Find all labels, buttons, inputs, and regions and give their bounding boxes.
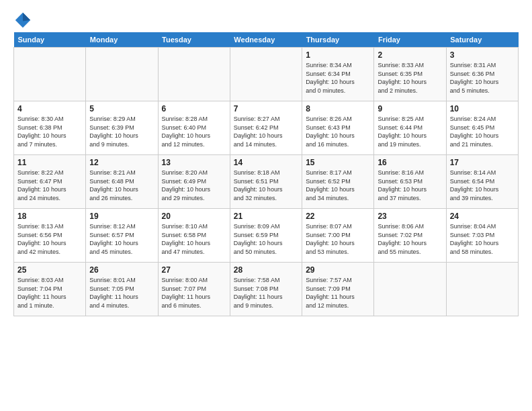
day-number: 11: [17, 158, 82, 167]
calendar-cell: 25Sunrise: 8:03 AM Sunset: 7:04 PM Dayli…: [14, 263, 86, 316]
day-info: Sunrise: 8:25 AM Sunset: 6:44 PM Dayligh…: [378, 115, 442, 148]
day-number: 28: [234, 265, 298, 275]
day-info: Sunrise: 8:09 AM Sunset: 6:59 PM Dayligh…: [234, 222, 298, 256]
day-info: Sunrise: 8:30 AM Sunset: 6:38 PM Dayligh…: [17, 115, 82, 148]
logo: [13, 11, 35, 30]
day-info: Sunrise: 7:57 AM Sunset: 7:09 PM Dayligh…: [306, 276, 370, 310]
day-info: Sunrise: 8:16 AM Sunset: 6:53 PM Dayligh…: [378, 169, 442, 202]
calendar-cell: [446, 263, 518, 316]
weekday-header-saturday: Saturday: [446, 32, 518, 48]
calendar-cell: 24Sunrise: 8:04 AM Sunset: 7:03 PM Dayli…: [446, 209, 518, 263]
calendar-body: 1Sunrise: 8:34 AM Sunset: 6:34 PM Daylig…: [14, 48, 519, 316]
svg-marker-1: [23, 13, 30, 21]
calendar-cell: 19Sunrise: 8:12 AM Sunset: 6:57 PM Dayli…: [86, 209, 158, 263]
calendar-cell: 3Sunrise: 8:31 AM Sunset: 6:36 PM Daylig…: [446, 48, 518, 101]
day-info: Sunrise: 8:21 AM Sunset: 6:48 PM Dayligh…: [89, 169, 154, 202]
day-info: Sunrise: 8:00 AM Sunset: 7:07 PM Dayligh…: [162, 276, 226, 310]
calendar-cell: 23Sunrise: 8:06 AM Sunset: 7:02 PM Dayli…: [374, 209, 446, 263]
day-number: 20: [162, 212, 226, 221]
day-info: Sunrise: 8:29 AM Sunset: 6:39 PM Dayligh…: [89, 115, 154, 148]
day-number: 19: [89, 212, 154, 221]
calendar-cell: 17Sunrise: 8:14 AM Sunset: 6:54 PM Dayli…: [446, 155, 518, 209]
day-info: Sunrise: 8:18 AM Sunset: 6:51 PM Dayligh…: [234, 169, 298, 202]
day-number: 13: [162, 158, 226, 167]
calendar-cell: 27Sunrise: 8:00 AM Sunset: 7:07 PM Dayli…: [158, 263, 230, 316]
day-number: 17: [450, 158, 515, 167]
weekday-header-monday: Monday: [86, 32, 158, 48]
calendar-cell: 26Sunrise: 8:01 AM Sunset: 7:05 PM Dayli…: [86, 263, 158, 316]
day-number: 14: [234, 158, 298, 167]
calendar-cell: 22Sunrise: 8:07 AM Sunset: 7:00 PM Dayli…: [302, 209, 374, 263]
calendar-cell: [374, 263, 446, 316]
calendar-cell: 16Sunrise: 8:16 AM Sunset: 6:53 PM Dayli…: [374, 155, 446, 209]
weekday-row: SundayMondayTuesdayWednesdayThursdayFrid…: [14, 32, 519, 48]
day-info: Sunrise: 8:20 AM Sunset: 6:49 PM Dayligh…: [162, 169, 226, 202]
calendar-table: SundayMondayTuesdayWednesdayThursdayFrid…: [13, 32, 519, 316]
day-number: 8: [306, 104, 370, 113]
calendar-cell: 14Sunrise: 8:18 AM Sunset: 6:51 PM Dayli…: [230, 155, 302, 209]
calendar-cell: 9Sunrise: 8:25 AM Sunset: 6:44 PM Daylig…: [374, 101, 446, 155]
day-info: Sunrise: 7:58 AM Sunset: 7:08 PM Dayligh…: [234, 276, 298, 310]
day-info: Sunrise: 8:27 AM Sunset: 6:42 PM Dayligh…: [234, 115, 298, 148]
logo-icon: [13, 11, 32, 30]
week-row-3: 11Sunrise: 8:22 AM Sunset: 6:47 PM Dayli…: [14, 155, 519, 209]
day-info: Sunrise: 8:34 AM Sunset: 6:34 PM Dayligh…: [306, 61, 370, 95]
day-number: 24: [450, 212, 515, 221]
weekday-header-tuesday: Tuesday: [158, 32, 230, 48]
calendar-header: SundayMondayTuesdayWednesdayThursdayFrid…: [14, 32, 519, 48]
weekday-header-thursday: Thursday: [302, 32, 374, 48]
day-info: Sunrise: 8:28 AM Sunset: 6:40 PM Dayligh…: [162, 115, 226, 148]
day-number: 29: [306, 265, 370, 275]
day-number: 23: [378, 212, 442, 221]
day-info: Sunrise: 8:04 AM Sunset: 7:03 PM Dayligh…: [450, 222, 515, 256]
calendar-cell: 13Sunrise: 8:20 AM Sunset: 6:49 PM Dayli…: [158, 155, 230, 209]
day-info: Sunrise: 8:06 AM Sunset: 7:02 PM Dayligh…: [378, 222, 442, 256]
day-number: 27: [162, 265, 226, 275]
day-number: 12: [89, 158, 154, 167]
calendar-cell: [158, 48, 230, 101]
calendar-cell: 10Sunrise: 8:24 AM Sunset: 6:45 PM Dayli…: [446, 101, 518, 155]
weekday-header-wednesday: Wednesday: [230, 32, 302, 48]
day-info: Sunrise: 8:13 AM Sunset: 6:56 PM Dayligh…: [17, 222, 82, 256]
day-number: 15: [306, 158, 370, 167]
week-row-1: 1Sunrise: 8:34 AM Sunset: 6:34 PM Daylig…: [14, 48, 519, 101]
day-info: Sunrise: 8:26 AM Sunset: 6:43 PM Dayligh…: [306, 115, 370, 148]
weekday-header-sunday: Sunday: [14, 32, 86, 48]
day-info: Sunrise: 8:12 AM Sunset: 6:57 PM Dayligh…: [89, 222, 154, 256]
calendar-cell: 21Sunrise: 8:09 AM Sunset: 6:59 PM Dayli…: [230, 209, 302, 263]
day-number: 4: [17, 104, 82, 113]
day-number: 1: [306, 50, 370, 60]
day-number: 5: [89, 104, 154, 113]
day-info: Sunrise: 8:24 AM Sunset: 6:45 PM Dayligh…: [450, 115, 515, 148]
day-number: 2: [378, 50, 442, 60]
day-number: 26: [89, 265, 154, 275]
header: [13, 11, 519, 30]
calendar-cell: 12Sunrise: 8:21 AM Sunset: 6:48 PM Dayli…: [86, 155, 158, 209]
day-number: 6: [162, 104, 226, 113]
week-row-2: 4Sunrise: 8:30 AM Sunset: 6:38 PM Daylig…: [14, 101, 519, 155]
week-row-4: 18Sunrise: 8:13 AM Sunset: 6:56 PM Dayli…: [14, 209, 519, 263]
calendar-cell: 5Sunrise: 8:29 AM Sunset: 6:39 PM Daylig…: [86, 101, 158, 155]
calendar-cell: 6Sunrise: 8:28 AM Sunset: 6:40 PM Daylig…: [158, 101, 230, 155]
day-info: Sunrise: 8:01 AM Sunset: 7:05 PM Dayligh…: [89, 276, 154, 310]
day-number: 7: [234, 104, 298, 113]
page: SundayMondayTuesdayWednesdayThursdayFrid…: [0, 0, 532, 323]
calendar-cell: 15Sunrise: 8:17 AM Sunset: 6:52 PM Dayli…: [302, 155, 374, 209]
calendar-cell: [86, 48, 158, 101]
day-number: 10: [450, 104, 515, 113]
calendar-cell: 18Sunrise: 8:13 AM Sunset: 6:56 PM Dayli…: [14, 209, 86, 263]
calendar-cell: 1Sunrise: 8:34 AM Sunset: 6:34 PM Daylig…: [302, 48, 374, 101]
day-info: Sunrise: 8:14 AM Sunset: 6:54 PM Dayligh…: [450, 169, 515, 202]
day-info: Sunrise: 8:07 AM Sunset: 7:00 PM Dayligh…: [306, 222, 370, 256]
day-info: Sunrise: 8:22 AM Sunset: 6:47 PM Dayligh…: [17, 169, 82, 202]
weekday-header-friday: Friday: [374, 32, 446, 48]
calendar-cell: 29Sunrise: 7:57 AM Sunset: 7:09 PM Dayli…: [302, 263, 374, 316]
calendar-cell: 8Sunrise: 8:26 AM Sunset: 6:43 PM Daylig…: [302, 101, 374, 155]
day-info: Sunrise: 8:10 AM Sunset: 6:58 PM Dayligh…: [162, 222, 226, 256]
day-number: 9: [378, 104, 442, 113]
calendar-cell: [14, 48, 86, 101]
calendar-cell: 11Sunrise: 8:22 AM Sunset: 6:47 PM Dayli…: [14, 155, 86, 209]
day-info: Sunrise: 8:17 AM Sunset: 6:52 PM Dayligh…: [306, 169, 370, 202]
calendar-cell: 20Sunrise: 8:10 AM Sunset: 6:58 PM Dayli…: [158, 209, 230, 263]
day-number: 22: [306, 212, 370, 221]
